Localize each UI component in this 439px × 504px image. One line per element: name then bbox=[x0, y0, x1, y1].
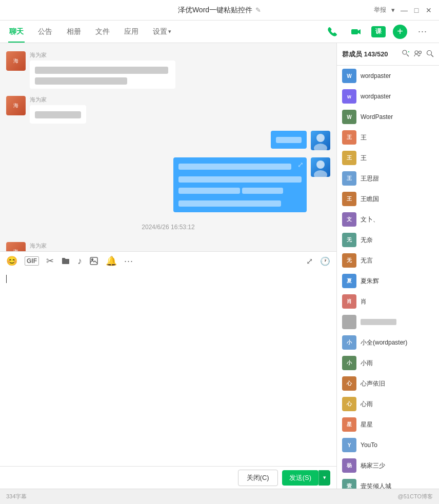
avatar: 海 bbox=[6, 242, 26, 251]
emoji-button[interactable]: 😊 bbox=[6, 255, 17, 267]
svg-point-3 bbox=[314, 144, 327, 150]
list-item[interactable]: 肖 肖 bbox=[337, 291, 439, 312]
scissors-button[interactable]: ✂ bbox=[46, 255, 54, 267]
message-content: 海为家 bbox=[30, 96, 86, 124]
title-bar: 泽优Word一键粘贴控件 ✎ 举报 ▾ — □ ✕ bbox=[0, 0, 439, 21]
input-bottom-bar: 关闭(C) 发送(S) ▾ bbox=[0, 466, 336, 489]
list-item[interactable]: 心 心声依旧 bbox=[337, 373, 439, 394]
more-button[interactable]: ··· bbox=[414, 24, 431, 40]
tab-apps[interactable]: 应用 bbox=[123, 21, 139, 43]
voice-call-button[interactable] bbox=[324, 24, 341, 40]
list-item[interactable]: w wordpaster bbox=[337, 86, 439, 107]
status-right: @51CTO博客 bbox=[398, 493, 433, 500]
edit-icon[interactable]: ✎ bbox=[255, 6, 261, 14]
message-content: 海为家 bbox=[30, 51, 175, 89]
message-row-right bbox=[6, 131, 330, 150]
member-avatar: 小 bbox=[342, 335, 356, 350]
message-bubble bbox=[30, 61, 175, 89]
member-name: wordpaster bbox=[361, 72, 391, 79]
dropdown-arrow[interactable]: ▾ bbox=[391, 6, 395, 14]
list-item[interactable]: 心 心雨 bbox=[337, 394, 439, 414]
input-area[interactable] bbox=[0, 271, 336, 467]
timer-button[interactable]: 🕐 bbox=[320, 256, 330, 266]
close-button[interactable]: ✕ bbox=[425, 6, 433, 14]
bell-button[interactable]: 🔔 bbox=[106, 255, 117, 267]
maximize-button[interactable]: □ bbox=[412, 6, 421, 14]
member-name: 王思甜 bbox=[361, 174, 379, 183]
send-button[interactable]: 发送(S) bbox=[282, 470, 318, 486]
list-item[interactable]: 夏 夏朱辉 bbox=[337, 271, 439, 291]
search-member-button[interactable] bbox=[426, 49, 434, 59]
list-item[interactable]: 星 星星 bbox=[337, 414, 439, 435]
chat-area: 海 海为家 海 海为家 bbox=[0, 43, 336, 489]
member-avatar: w bbox=[342, 89, 356, 104]
list-item[interactable]: 小 小雨 bbox=[337, 353, 439, 373]
input-toolbar: 😊 GIF ✂ ♪ 🔔 ··· ⤢ 🕐 bbox=[0, 251, 336, 271]
minimize-button[interactable]: — bbox=[400, 6, 408, 14]
svg-point-5 bbox=[314, 170, 327, 177]
tab-album[interactable]: 相册 bbox=[66, 21, 82, 43]
message-row: 海 海为家 bbox=[6, 51, 330, 89]
sidebar-header-icons bbox=[402, 49, 434, 59]
more-tools-button[interactable]: ··· bbox=[124, 256, 133, 267]
list-item[interactable]: 杨 杨家三少 bbox=[337, 455, 439, 476]
list-item[interactable]: W wordpaster bbox=[337, 66, 439, 86]
list-item[interactable]: 王 王思甜 bbox=[337, 168, 439, 189]
member-avatar: 壹 bbox=[342, 479, 356, 489]
tab-chat[interactable]: 聊天 bbox=[8, 21, 25, 43]
list-item[interactable]: 王 王 bbox=[337, 127, 439, 148]
member-name: 无言 bbox=[361, 256, 373, 265]
sender-name: 海为家 bbox=[30, 51, 175, 59]
avatar bbox=[311, 157, 330, 177]
tab-notice[interactable]: 公告 bbox=[37, 21, 53, 43]
member-name: 王 bbox=[361, 133, 367, 142]
tab-settings[interactable]: 设置 ▾ bbox=[152, 21, 172, 43]
member-name: 星星 bbox=[361, 420, 373, 429]
list-item[interactable]: 无 无奈 bbox=[337, 230, 439, 250]
right-sidebar: 群成员 143/520 W wordpaster w bbox=[336, 43, 439, 489]
timestamp: 2024/6/26 16:53:12 bbox=[6, 224, 330, 231]
title-bar-actions: 举报 ▾ — □ ✕ bbox=[374, 6, 433, 14]
list-item[interactable]: 文 文卜、 bbox=[337, 209, 439, 230]
message-bubble: ⤢ bbox=[173, 157, 307, 212]
member-name-blurred bbox=[361, 319, 396, 325]
expand-button[interactable]: ⤢ bbox=[306, 256, 313, 266]
gif-button[interactable]: GIF bbox=[25, 256, 39, 266]
member-avatar: 王 bbox=[342, 192, 356, 206]
send-button-group: 发送(S) ▾ bbox=[282, 470, 330, 486]
send-dropdown-button[interactable]: ▾ bbox=[318, 470, 330, 486]
list-item[interactable]: 壹 壹笑倾人城 bbox=[337, 476, 439, 489]
list-item[interactable]: 无 无言 bbox=[337, 250, 439, 271]
group-settings-button[interactable] bbox=[414, 49, 422, 59]
video-call-button[interactable] bbox=[348, 24, 364, 40]
list-item[interactable]: 王 王瞧国 bbox=[337, 189, 439, 209]
member-name: 心雨 bbox=[361, 400, 373, 409]
member-name: 王 bbox=[361, 154, 367, 163]
list-item[interactable]: Y YouTo bbox=[337, 435, 439, 455]
member-avatar: 王 bbox=[342, 130, 356, 145]
course-button[interactable]: 课 bbox=[371, 26, 386, 37]
add-member-button[interactable] bbox=[402, 49, 410, 59]
member-list: W wordpaster w wordpaster W WordPaster 王… bbox=[337, 66, 439, 489]
member-avatar: 文 bbox=[342, 212, 356, 227]
list-item[interactable]: 王 王 bbox=[337, 148, 439, 168]
list-item[interactable]: 小 小全(wordpaster) bbox=[337, 332, 439, 353]
folder-button[interactable] bbox=[61, 256, 70, 266]
music-button[interactable]: ♪ bbox=[77, 256, 82, 267]
list-item[interactable]: W WordPaster bbox=[337, 107, 439, 127]
image-button[interactable] bbox=[89, 256, 98, 266]
add-button[interactable]: + bbox=[393, 25, 407, 39]
member-name: YouTo bbox=[361, 441, 377, 449]
close-chat-button[interactable]: 关闭(C) bbox=[238, 470, 278, 486]
list-item[interactable] bbox=[337, 312, 439, 332]
message-bubble bbox=[30, 105, 86, 124]
tab-files[interactable]: 文件 bbox=[94, 21, 111, 43]
member-avatar: 心 bbox=[342, 397, 356, 411]
message-row-right: ⤢ bbox=[6, 157, 330, 212]
svg-point-10 bbox=[403, 50, 407, 54]
window-controls: — □ ✕ bbox=[400, 6, 433, 14]
main-layout: 海 海为家 海 海为家 bbox=[0, 43, 439, 489]
member-name: 壹笑倾人城 bbox=[361, 482, 391, 489]
svg-point-4 bbox=[316, 160, 325, 169]
report-button[interactable]: 举报 bbox=[374, 6, 386, 14]
